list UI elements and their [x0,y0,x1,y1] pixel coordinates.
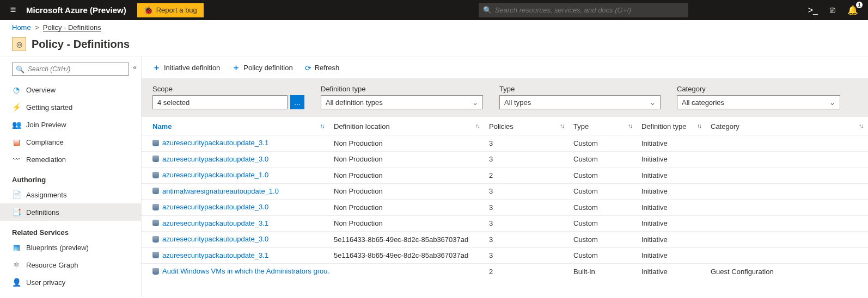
scope-input[interactable]: 4 selected [152,95,288,109]
deftype-value: All definition types [326,98,383,107]
definition-link[interactable]: azuresecuritypackautoupdate_1.0 [152,171,268,179]
initiative-icon [152,140,159,146]
cell-location: Non Production [329,167,485,184]
sort-icon: ↑↓ [628,122,632,129]
breadcrumb-home[interactable]: Home [12,23,31,32]
col-policies[interactable]: Policies↑↓ [485,117,569,135]
cell-location: Non Production [329,200,485,216]
sidebar-item-label: Definitions [26,208,59,216]
notifications-icon[interactable]: 🔔1 [847,5,858,15]
cell-type: Built-in [569,264,637,280]
initiative-icon [152,156,159,162]
filter-icon[interactable]: ⎚ [830,5,835,15]
cell-policies: 3 [485,247,569,264]
sidebar-item-blueprints-preview-[interactable]: ▦Blueprints (preview) [0,239,141,256]
command-bar: ＋Initiative definition ＋Policy definitio… [142,57,868,78]
definition-link[interactable]: azuresecuritypackautoupdate_3.0 [152,155,268,163]
cloud-shell-icon[interactable]: >_ [808,5,818,15]
table-row[interactable]: azuresecuritypackautoupdate_3.0Non Produ… [142,151,868,167]
cell-deftype: Initiative [637,200,706,216]
definition-link[interactable]: azuresecuritypackautoupdate_3.1 [152,219,268,227]
sidebar-search-input[interactable] [28,65,125,73]
nav-icon: ⚛ [12,260,21,269]
global-search-input[interactable] [495,6,684,14]
table-row[interactable]: azuresecuritypackautoupdate_3.15e116433-… [142,247,868,264]
nav-icon: 👤 [12,278,21,287]
hamburger-icon[interactable]: ≡ [0,4,26,16]
table-row[interactable]: azuresecuritypackautoupdate_3.1Non Produ… [142,215,868,232]
cell-deftype: Initiative [637,135,706,152]
definition-link[interactable]: Audit Windows VMs in which the Administr… [152,267,329,275]
sidebar-item-getting-started[interactable]: ⚡Getting started [0,98,141,116]
deftype-dropdown[interactable]: All definition types⌄ [321,95,483,109]
sidebar-item-join-preview[interactable]: 👥Join Preview [0,116,141,133]
definition-link[interactable]: azuresecuritypackautoupdate_3.1 [152,251,268,259]
sidebar-item-remediation[interactable]: 〰Remediation [0,151,141,168]
table-row[interactable]: antimalwaresignatureautoupdate_1.0Non Pr… [142,183,868,200]
table-row[interactable]: azuresecuritypackautoupdate_3.0Non Produ… [142,200,868,216]
table-row[interactable]: azuresecuritypackautoupdate_1.0Non Produ… [142,167,868,184]
sidebar-item-resource-graph[interactable]: ⚛Resource Graph [0,256,141,274]
sidebar-item-definitions[interactable]: 📑Definitions [0,203,141,221]
definition-link[interactable]: azuresecuritypackautoupdate_3.0 [152,235,268,243]
sidebar-item-user-privacy[interactable]: 👤User privacy [0,274,141,291]
cell-type: Custom [569,200,637,216]
definition-link[interactable]: azuresecuritypackautoupdate_3.1 [152,139,268,147]
notification-badge: 1 [856,2,863,8]
cell-type: Custom [569,183,637,200]
nav-icon: ◔ [12,85,21,94]
initiative-icon [152,188,159,194]
sidebar-item-assignments[interactable]: 📄Assignments [0,186,141,203]
cell-policies: 3 [485,232,569,248]
sidebar-item-label: Compliance [26,138,64,146]
table-row[interactable]: azuresecuritypackautoupdate_3.05e116433-… [142,232,868,248]
cell-category [706,232,868,248]
type-dropdown[interactable]: All types⌄ [499,95,661,109]
report-bug-label: Report a bug [156,6,197,14]
cell-location [329,264,485,280]
cell-location: Non Production [329,183,485,200]
table-row[interactable]: Audit Windows VMs in which the Administr… [142,264,868,280]
col-name[interactable]: Name↑↓ [142,117,329,135]
cell-policies: 3 [485,151,569,167]
breadcrumb-current[interactable]: Policy - Definitions [43,23,101,32]
add-policy-button[interactable]: ＋Policy definition [232,63,292,73]
cell-deftype: Initiative [637,167,706,184]
cell-type: Custom [569,232,637,248]
initiative-icon [152,172,159,178]
cell-name: azuresecuritypackautoupdate_3.1 [142,135,329,152]
col-type-label: Type [573,122,589,131]
nav-icon: 📄 [12,190,21,199]
sort-icon: ↑↓ [320,122,324,129]
brand-label: Microsoft Azure (Preview) [26,5,137,15]
cell-category [706,200,868,216]
definition-link[interactable]: azuresecuritypackautoupdate_3.0 [152,203,268,211]
refresh-label: Refresh [315,64,340,72]
cell-category [706,183,868,200]
global-search[interactable]: 🔍 [479,3,688,17]
collapse-sidebar-icon[interactable]: « [133,64,137,71]
col-type[interactable]: Type↑↓ [569,117,637,135]
col-location[interactable]: Definition location↑↓ [329,117,485,135]
scope-label: Scope [152,85,304,93]
report-bug-button[interactable]: 🐞 Report a bug [137,3,204,17]
sidebar-item-compliance[interactable]: ▤Compliance [0,133,141,151]
category-dropdown[interactable]: All categories⌄ [677,95,840,109]
cell-type: Custom [569,151,637,167]
nav-icon: 👥 [12,120,21,129]
nav-icon: 〰 [12,155,21,164]
sidebar-search[interactable]: 🔍 [12,63,129,76]
col-category[interactable]: Category↑↓ [706,117,868,135]
policy-icon: ◎ [12,37,26,51]
sidebar-item-overview[interactable]: ◔Overview [0,81,141,98]
col-deftype-label: Definition type [641,122,686,131]
table-row[interactable]: azuresecuritypackautoupdate_3.1Non Produ… [142,135,868,152]
refresh-button[interactable]: ⟳Refresh [305,63,340,73]
scope-picker-button[interactable]: … [290,95,304,109]
definitions-table-wrap[interactable]: Name↑↓ Definition location↑↓ Policies↑↓ … [142,117,868,280]
definition-link[interactable]: antimalwaresignatureautoupdate_1.0 [152,187,279,195]
add-initiative-button[interactable]: ＋Initiative definition [152,63,220,73]
sidebar-item-label: Overview [26,86,56,94]
col-deftype[interactable]: Definition type↑↓ [637,117,706,135]
add-initiative-label: Initiative definition [164,64,220,72]
